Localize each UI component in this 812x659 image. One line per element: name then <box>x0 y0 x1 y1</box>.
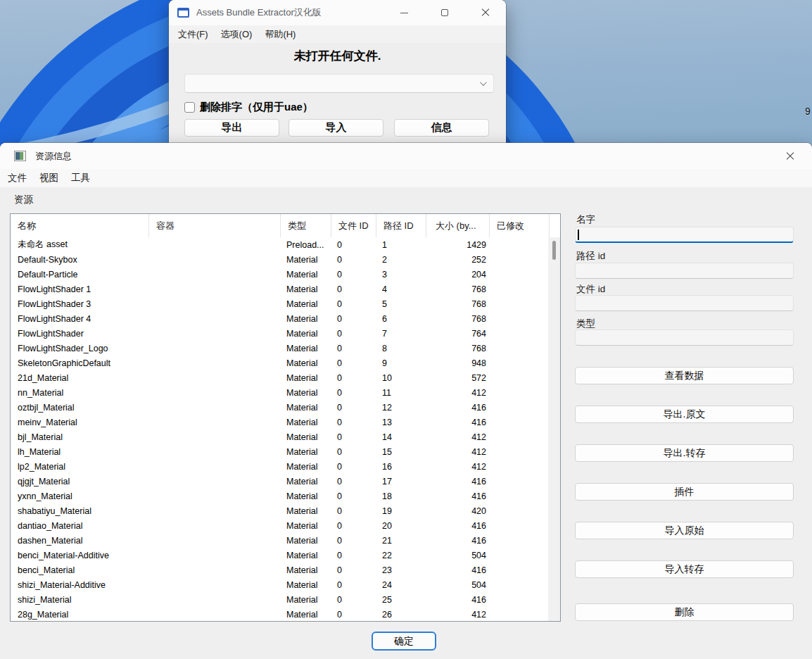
cell-type: Material <box>281 551 331 560</box>
cell-name: benci_Material-Additive <box>11 551 149 560</box>
column-header[interactable]: 已修改 <box>490 214 550 237</box>
cell-path-id: 4 <box>376 284 426 294</box>
cell-path-id: 3 <box>376 270 426 280</box>
column-header[interactable]: 名称 <box>11 214 149 237</box>
table-row[interactable]: dashen_Material Material 0 21 416 <box>11 533 550 548</box>
table-row[interactable]: 28g_Material Material 0 26 412 <box>11 607 550 622</box>
export-dump-button[interactable]: 导出.转存 <box>575 444 794 462</box>
table-row[interactable]: FlowLightShader 4 Material 0 6 768 <box>11 311 550 326</box>
table-row[interactable]: shabatiyu_Material Material 0 19 420 <box>11 503 550 518</box>
cell-name: 28g_Material <box>11 610 149 620</box>
table-row[interactable]: SkeletonGraphicDefault Material 0 9 948 <box>11 356 550 370</box>
table-row[interactable]: yxnn_Material Material 0 18 416 <box>11 489 550 503</box>
column-header[interactable]: 容器 <box>149 214 281 237</box>
table-row[interactable]: FlowLightShader Material 0 7 764 <box>11 326 550 341</box>
table-row[interactable]: lp2_Material Material 0 16 412 <box>11 459 550 474</box>
file-id-field[interactable] <box>575 295 794 311</box>
table-scrollbar[interactable] <box>548 237 560 622</box>
remove-typetree-checkrow[interactable]: 删除排字（仅用于uae） <box>184 101 313 114</box>
cell-size: 504 <box>426 580 490 590</box>
cell-size: 768 <box>426 344 490 353</box>
menu-file[interactable]: 文件(F) <box>172 26 215 43</box>
delete-button[interactable]: 删除 <box>575 603 794 621</box>
type-field[interactable] <box>575 330 794 346</box>
export-raw-button[interactable]: 导出.原文 <box>575 406 794 423</box>
column-header[interactable]: 类型 <box>281 214 331 237</box>
table-row[interactable]: lh_Material Material 0 15 412 <box>11 444 550 459</box>
cell-type: Material <box>281 565 331 575</box>
cell-size: 412 <box>426 610 490 620</box>
remove-typetree-checkbox[interactable] <box>184 102 195 113</box>
table-row[interactable]: Default-Skybox Material 0 2 252 <box>11 252 550 267</box>
plugin-button[interactable]: 插件 <box>575 483 794 501</box>
table-row[interactable]: FlowLightShader 1 Material 0 4 768 <box>11 282 550 296</box>
cell-name: FlowLightShader <box>11 329 149 339</box>
menu-options[interactable]: 选项(O) <box>215 26 259 43</box>
cell-name: lh_Material <box>11 447 149 457</box>
info-menubar: 文件 视图 工具 <box>0 169 812 187</box>
table-row[interactable]: oztbjl_Material Material 0 12 416 <box>11 400 550 415</box>
view-data-button[interactable]: 查看数据 <box>575 367 794 384</box>
extractor-close-button[interactable] <box>465 0 506 25</box>
cell-type: Material <box>281 477 331 487</box>
table-row[interactable]: benci_Material-Additive Material 0 22 50… <box>11 548 550 563</box>
cell-path-id: 22 <box>376 551 426 560</box>
cell-name: 未命名 asset <box>11 239 149 251</box>
table-row[interactable]: meinv_Material Material 0 13 416 <box>11 415 550 429</box>
table-row[interactable]: FlowLightShader_Logo Material 0 8 768 <box>11 341 550 356</box>
cell-size: 764 <box>426 329 490 339</box>
menu-view[interactable]: 视图 <box>33 170 65 187</box>
cell-type: Material <box>281 447 331 457</box>
desktop-label-9[interactable]: 9 <box>805 106 811 117</box>
info-button[interactable]: 信息 <box>394 119 489 137</box>
close-icon <box>786 152 794 161</box>
info-close-button[interactable] <box>774 143 806 169</box>
scrollbar-thumb[interactable] <box>552 241 556 260</box>
import-button[interactable]: 导入 <box>288 119 383 137</box>
cell-size: 768 <box>426 314 490 324</box>
table-row[interactable]: qjgjt_Material Material 0 17 416 <box>11 474 550 489</box>
menu-help[interactable]: 帮助(H) <box>258 26 302 43</box>
cell-type: Material <box>281 491 331 501</box>
import-dump-button[interactable]: 导入转存 <box>575 560 794 578</box>
extractor-maximize-button[interactable] <box>424 0 465 25</box>
extractor-titlebar[interactable]: Assets Bundle Extractor汉化版 <box>169 0 506 25</box>
table-row[interactable]: FlowLightShader 3 Material 0 5 768 <box>11 296 550 311</box>
column-header[interactable]: 大小 (by... <box>426 214 490 237</box>
extractor-body: 未打开任何文件. 删除排字（仅用于uae） 导出 导入 信息 <box>169 43 506 148</box>
menu-tools[interactable]: 工具 <box>65 170 96 187</box>
path-id-field[interactable] <box>575 263 794 279</box>
table-row[interactable]: bjl_Material Material 0 14 412 <box>11 429 550 444</box>
column-header[interactable]: 路径 ID <box>376 214 426 237</box>
cell-name: bjl_Material <box>11 432 149 442</box>
extractor-window: Assets Bundle Extractor汉化版 文件(F) 选项(O) 帮… <box>169 0 506 148</box>
extractor-app-icon <box>177 8 189 18</box>
table-row[interactable]: shizi_Material Material 0 25 416 <box>11 592 550 607</box>
table-row[interactable]: nn_Material Material 0 11 412 <box>11 385 550 400</box>
table-row[interactable]: shizi_Material-Additive Material 0 24 50… <box>11 577 550 592</box>
export-button[interactable]: 导出 <box>184 119 279 137</box>
table-row[interactable]: dantiao_Material Material 0 20 416 <box>11 518 550 533</box>
cell-path-id: 14 <box>376 432 426 442</box>
asset-info-window: 资源信息 文件 视图 工具 资源 名称 容器 类型 文件 ID 路径 ID 大小… <box>0 143 812 659</box>
import-raw-button[interactable]: 导入原始 <box>575 522 794 539</box>
ok-button[interactable]: 确定 <box>372 632 436 651</box>
info-titlebar[interactable]: 资源信息 <box>0 143 812 169</box>
cell-type: Material <box>281 373 331 383</box>
cell-file-id: 0 <box>331 344 376 353</box>
table-row[interactable]: Default-Particle Material 0 3 204 <box>11 267 550 282</box>
asset-table[interactable]: 名称 容器 类型 文件 ID 路径 ID 大小 (by... 已修改 未命名 a… <box>10 213 561 622</box>
file-combobox[interactable] <box>184 74 494 93</box>
cell-size: 416 <box>426 418 490 427</box>
extractor-minimize-button[interactable] <box>383 0 424 25</box>
cell-name: FlowLightShader 3 <box>11 299 149 309</box>
name-field[interactable] <box>575 227 794 243</box>
table-row[interactable]: benci_Material Material 0 23 416 <box>11 563 550 577</box>
table-row[interactable]: 21d_Material Material 0 10 572 <box>11 370 550 385</box>
menu-file[interactable]: 文件 <box>1 170 33 187</box>
cell-name: yxnn_Material <box>11 491 149 501</box>
table-row[interactable]: 未命名 asset Preload... 0 1 1429 <box>11 237 550 252</box>
column-header[interactable]: 文件 ID <box>331 214 376 237</box>
cell-path-id: 7 <box>376 329 426 339</box>
cell-size: 420 <box>426 506 490 516</box>
